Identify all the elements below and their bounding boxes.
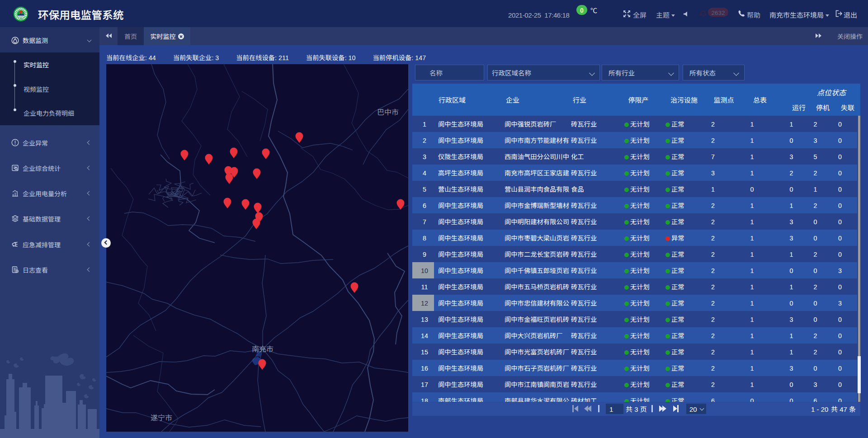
svg-text:巴中市: 巴中市 [377, 106, 399, 117]
svg-text:南充市: 南充市 [252, 343, 274, 354]
svg-text:遂宁市: 遂宁市 [151, 412, 172, 423]
svg-text:川环保: 川环保 [19, 18, 23, 20]
